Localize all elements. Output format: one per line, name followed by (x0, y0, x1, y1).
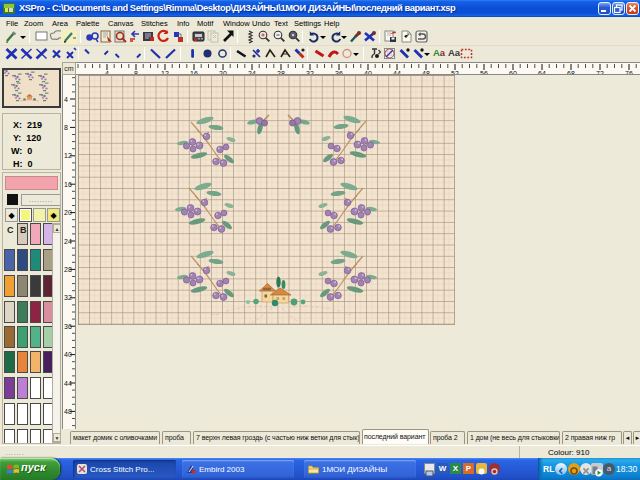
svg-text:40: 40 (64, 351, 72, 358)
svg-text:28: 28 (64, 266, 72, 273)
svg-text:24: 24 (64, 238, 72, 245)
svg-text:44: 44 (64, 380, 72, 387)
svg-text:8: 8 (64, 124, 68, 131)
svg-text:48: 48 (64, 408, 72, 415)
svg-text:4: 4 (64, 96, 68, 103)
svg-text:20: 20 (64, 209, 72, 216)
svg-text:16: 16 (64, 181, 72, 188)
svg-text:12: 12 (64, 152, 72, 159)
svg-text:36: 36 (64, 323, 72, 330)
svg-text:32: 32 (64, 294, 72, 301)
